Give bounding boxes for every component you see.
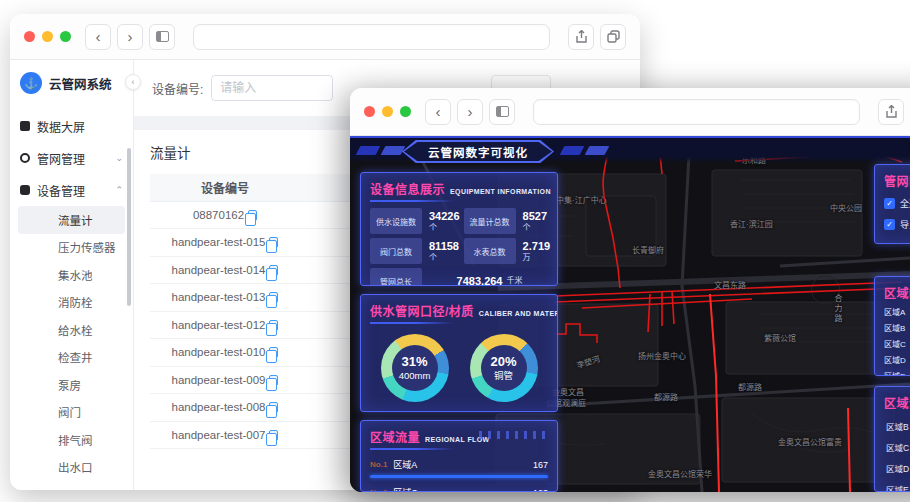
sidebar-item-device-management[interactable]: 设备管理 ⌃ (10, 174, 133, 206)
copy-windows-icon (607, 30, 620, 43)
copy-icon[interactable] (269, 320, 278, 331)
address-bar[interactable] (533, 99, 860, 125)
share-button[interactable] (878, 99, 904, 125)
caliber-material-panel: 供水管网口径/材质CALIBER AND MATERIAL 31% 400mm … (360, 294, 558, 412)
stat-value: 8527个 (520, 208, 551, 234)
equipment-info-panel: 设备信息展示EQUIPMENT INFORMATION 供水设施数 34226个… (360, 172, 558, 286)
map-street-label: 合力路 (832, 294, 843, 324)
sidebar-item-inspection-well[interactable]: 检查井 (18, 344, 125, 372)
sidebar-item-pressure-sensor[interactable]: 压力传感器 (18, 234, 125, 262)
copy-icon[interactable] (269, 347, 278, 358)
map-street-label: 都源路 (738, 381, 762, 392)
region-list-item[interactable]: 区域D (884, 462, 910, 474)
region-list-item[interactable]: 区域C (884, 441, 910, 453)
copy-icon[interactable] (269, 237, 278, 248)
checkbox-checked-icon[interactable]: ✓ (884, 198, 895, 209)
sidebar-item-pump-house[interactable]: 泵房 (18, 371, 125, 399)
sidebar-item-flow-meter[interactable]: 流量计 (18, 206, 125, 234)
share-icon (575, 30, 588, 44)
column-header-device-id: 设备编号 (150, 174, 300, 201)
copy-tabs-button[interactable] (600, 24, 626, 50)
sidebar-item-pipe-network[interactable]: 管网管理 ⌄ (10, 142, 133, 174)
sidebar-item-data-screen[interactable]: 数据大屏 (10, 110, 133, 142)
pipe-layers-panel: 管网图层 ✓ 全选 ✓ 导入 (874, 164, 910, 244)
traffic-lights[interactable] (364, 106, 411, 117)
region-flow-list-panel: 区域流量 区域B 区域C 区域D 区域E (874, 386, 910, 492)
map-poi-label: 中集·江广中心 (556, 194, 607, 205)
material-donut-chart[interactable]: 20% 铜管 (470, 334, 538, 402)
caliber-donut-chart[interactable]: 31% 400mm (381, 334, 449, 402)
legend-item[interactable]: 区域B (884, 322, 910, 333)
map-poi-label: 扬州金奥中心 (638, 350, 686, 361)
sidebar-scrollbar[interactable] (127, 148, 131, 306)
sidebar-item-water-hydrant[interactable]: 给水栓 (18, 316, 125, 344)
flow-rank-row: No.1 区域A 167 (370, 458, 548, 471)
header-decoration (562, 146, 607, 155)
app-logo-icon: ⚓ (20, 72, 42, 94)
copy-icon[interactable] (248, 210, 257, 221)
sidebar-toggle-button[interactable] (489, 99, 515, 125)
dashboard-title-badge: 云管网数字可视化 (402, 140, 554, 163)
sidebar-item-valve[interactable]: 阀门 (18, 399, 125, 427)
panel-icon (156, 31, 169, 42)
share-icon (885, 105, 898, 119)
back-button[interactable]: ‹ (85, 24, 111, 50)
sidebar-item-fire-hydrant[interactable]: 消防栓 (18, 289, 125, 317)
close-window-button[interactable] (364, 106, 375, 117)
gis-dashboard: 乐和路 中集·江广中心 中央公园 香江·滨江园 长青御府 文昌东路 紫薇公馆 扬… (350, 136, 910, 492)
map-poi-label: 金奥文昌公馆荣华 (648, 468, 712, 479)
chevron-up-icon: ⌃ (115, 185, 123, 195)
address-bar[interactable] (193, 24, 550, 50)
back-button[interactable]: ‹ (425, 99, 451, 125)
panel-subtitle: CALIBER AND MATERIAL (479, 310, 558, 317)
sidebar-item-water-source-well[interactable]: 水源井 (18, 481, 125, 490)
chevron-down-icon: ⌄ (115, 153, 123, 163)
pipe-network-icon (20, 153, 30, 163)
map-poi-label: 香江·滨江园 (730, 218, 773, 229)
app-title: 云管网系统 (49, 74, 112, 93)
minimize-window-button[interactable] (42, 31, 53, 42)
copy-icon[interactable] (269, 402, 278, 413)
forward-button[interactable]: › (117, 24, 143, 50)
share-button[interactable] (568, 24, 594, 50)
panel-title: 区域流量 (884, 394, 910, 411)
panel-title: 供水管网口径/材质 (370, 302, 474, 319)
sidebar-collapse-button[interactable]: ‹ (125, 74, 141, 90)
sidebar-item-air-valve[interactable]: 排气阀 (18, 426, 125, 454)
stat-label: 水表总数 (464, 238, 516, 264)
minimize-window-button[interactable] (382, 106, 393, 117)
sidebar-toggle-button[interactable] (149, 24, 175, 50)
copy-icon[interactable] (269, 430, 278, 441)
legend-item[interactable]: 区域D (884, 354, 910, 365)
stat-label: 管网总长 (370, 268, 422, 286)
copy-icon[interactable] (269, 375, 278, 386)
panel-title: 设备信息展示 (370, 180, 445, 197)
copy-icon[interactable] (269, 292, 278, 303)
maximize-window-button[interactable] (400, 106, 411, 117)
flow-rank-row: No.2 区域C 123 (370, 486, 548, 492)
region-list-item[interactable]: 区域B (884, 420, 910, 432)
forward-button[interactable]: › (457, 99, 483, 125)
map-street-label: 都源路 (654, 391, 678, 402)
import-layer-row[interactable]: ✓ 导入 (884, 218, 910, 231)
stat-label: 供水设施数 (370, 208, 422, 234)
traffic-lights[interactable] (24, 31, 71, 42)
checkbox-checked-icon[interactable]: ✓ (884, 219, 895, 230)
legend-item[interactable]: 区域C (884, 338, 910, 349)
maximize-window-button[interactable] (60, 31, 71, 42)
device-id-filter-input[interactable] (211, 75, 333, 101)
map-poi-label: 金奥文昌公馆富贵 (778, 436, 842, 447)
panel-icon (496, 106, 509, 117)
stat-label: 流量计总数 (464, 208, 516, 234)
dashboard-header: 云管网数字可视化 (350, 136, 910, 163)
stat-value: 81158个 (426, 238, 460, 264)
copy-icon[interactable] (269, 265, 278, 276)
legend-item[interactable]: 区域A (884, 306, 910, 317)
select-all-row[interactable]: ✓ 全选 (884, 197, 910, 210)
sidebar-item-outlet[interactable]: 出水口 (18, 454, 125, 482)
region-list-item[interactable]: 区域E (884, 483, 910, 492)
legend-item[interactable]: 区域E (884, 370, 910, 376)
close-window-button[interactable] (24, 31, 35, 42)
stat-value: 7483.264千米 (426, 268, 550, 286)
sidebar-item-catch-basin[interactable]: 集水池 (18, 261, 125, 289)
